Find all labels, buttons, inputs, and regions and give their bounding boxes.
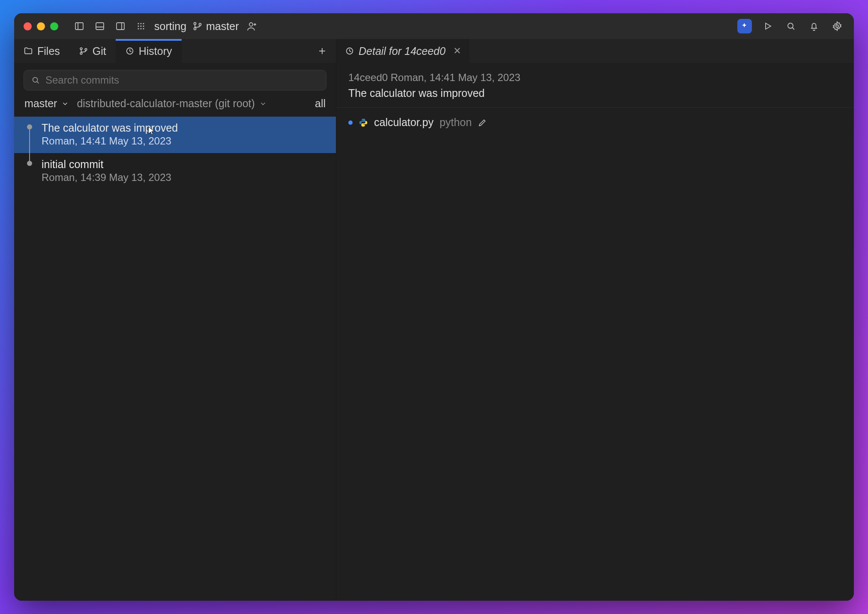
ide-window: sorting master	[14, 13, 854, 601]
close-window[interactable]	[24, 22, 32, 30]
commit-detail-header: 14ceed0 Roman, 14:41 May 13, 2023 The ca…	[336, 63, 854, 108]
svg-point-10	[140, 25, 141, 27]
panel-left-icon[interactable]	[72, 19, 87, 33]
svg-point-17	[199, 24, 201, 26]
minimize-window[interactable]	[37, 22, 45, 30]
ai-assistant-icon[interactable]	[737, 19, 752, 33]
svg-point-27	[85, 48, 87, 51]
commit-item[interactable]: The calculator was improved Roman, 14:41…	[14, 117, 336, 153]
commit-list: The calculator was improved Roman, 14:41…	[14, 117, 336, 601]
tab-git[interactable]: Git	[69, 39, 116, 63]
edit-icon[interactable]	[478, 118, 487, 127]
commit-title: initial commit	[42, 158, 326, 171]
svg-point-9	[138, 25, 139, 27]
add-user-icon[interactable]	[245, 19, 259, 33]
svg-point-24	[836, 25, 838, 27]
search-icon	[31, 75, 40, 85]
maximize-window[interactable]	[50, 22, 58, 30]
commit-message: The calculator was improved	[348, 87, 842, 99]
svg-line-30	[37, 81, 39, 83]
svg-rect-4	[117, 23, 124, 30]
close-tab-icon[interactable]: ✕	[453, 45, 461, 57]
svg-point-13	[140, 28, 141, 29]
svg-point-7	[140, 23, 141, 24]
file-dir: python	[440, 116, 472, 129]
detail-tab-label: Detail for 14ceed0	[359, 45, 446, 57]
svg-line-23	[793, 28, 795, 30]
commit-item[interactable]: initial commit Roman, 14:39 May 13, 2023	[14, 153, 336, 190]
python-file-icon	[359, 118, 368, 127]
tab-git-label: Git	[93, 45, 106, 57]
svg-point-11	[143, 25, 144, 27]
left-panel: Files Git History +	[14, 39, 336, 601]
search-input[interactable]	[45, 74, 319, 86]
svg-point-25	[80, 48, 82, 50]
window-controls	[24, 22, 58, 30]
modified-indicator-icon	[348, 120, 353, 125]
svg-point-26	[80, 52, 82, 54]
svg-point-16	[194, 28, 196, 30]
branch-filter[interactable]: master	[24, 97, 69, 110]
svg-rect-2	[96, 23, 104, 30]
search-icon[interactable]	[784, 19, 798, 33]
svg-point-8	[143, 23, 144, 24]
tab-history-label: History	[139, 45, 172, 57]
filter-all[interactable]: all	[315, 97, 326, 110]
filter-row: master distributed-calculator-master (gi…	[14, 95, 336, 117]
tab-files[interactable]: Files	[14, 39, 69, 63]
svg-point-12	[138, 28, 139, 29]
svg-marker-21	[766, 23, 771, 29]
tab-history[interactable]: History	[116, 39, 182, 63]
search-commits[interactable]	[24, 70, 326, 90]
commit-hash-line: 14ceed0 Roman, 14:41 May 13, 2023	[348, 72, 842, 84]
changed-file[interactable]: calculator.py python	[348, 116, 842, 129]
titlebar: sorting master	[14, 13, 854, 39]
left-tabs: Files Git History +	[14, 39, 336, 63]
content-area: Files Git History +	[14, 39, 854, 601]
notifications-icon[interactable]	[807, 19, 821, 33]
commit-node-icon	[27, 161, 32, 166]
chevron-down-icon	[61, 100, 69, 108]
commit-title: The calculator was improved	[42, 122, 326, 134]
svg-point-29	[33, 78, 38, 82]
commit-node-icon	[27, 124, 32, 129]
commit-meta: Roman, 14:39 May 13, 2023	[42, 172, 326, 184]
branch-name: master	[206, 20, 239, 33]
svg-point-22	[788, 23, 793, 28]
tab-files-label: Files	[37, 45, 60, 57]
clock-icon	[345, 46, 354, 56]
panel-right-icon[interactable]	[113, 19, 128, 33]
settings-icon[interactable]	[830, 19, 844, 33]
svg-point-18	[249, 23, 253, 26]
root-filter[interactable]: distributed-calculator-master (git root)	[77, 97, 266, 110]
chevron-down-icon	[259, 100, 267, 108]
svg-point-15	[194, 23, 196, 25]
branch-icon[interactable]: master	[192, 19, 239, 33]
changed-files: calculator.py python	[336, 108, 854, 137]
grid-icon[interactable]	[134, 19, 148, 33]
detail-tab[interactable]: Detail for 14ceed0 ✕	[336, 39, 470, 63]
panel-bottom-icon[interactable]	[93, 19, 107, 33]
svg-point-14	[143, 28, 144, 29]
svg-point-6	[138, 23, 139, 24]
project-name[interactable]: sorting	[154, 20, 186, 33]
svg-rect-0	[75, 23, 83, 30]
run-icon[interactable]	[760, 19, 775, 33]
commit-meta: Roman, 14:41 May 13, 2023	[42, 135, 326, 147]
detail-tabs: Detail for 14ceed0 ✕	[336, 39, 854, 63]
detail-panel: Detail for 14ceed0 ✕ 14ceed0 Roman, 14:4…	[336, 39, 854, 601]
file-name: calculator.py	[374, 116, 434, 129]
add-tab-button[interactable]: +	[308, 39, 336, 63]
